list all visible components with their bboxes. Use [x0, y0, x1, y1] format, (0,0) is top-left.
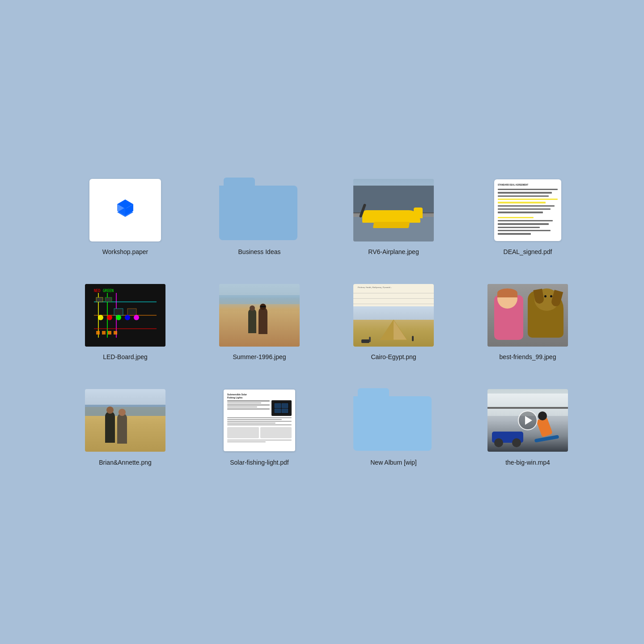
folder-tab	[358, 388, 389, 396]
folder-body	[219, 186, 297, 240]
thumbnail-deal-signed: STANDARD DEAL AGREEMENT	[487, 178, 568, 242]
svg-point-19	[134, 315, 139, 320]
file-label: the-big-win.mp4	[505, 458, 550, 466]
file-label: Cairo-Egypt.png	[371, 353, 416, 361]
file-label: RV6-Airplane.jpeg	[368, 248, 419, 256]
svg-rect-11	[96, 297, 103, 302]
svg-point-15	[98, 315, 103, 320]
file-brian-annette[interactable]: Brian&Annette.png	[76, 388, 174, 466]
thumbnail-business-ideas	[219, 178, 300, 242]
svg-rect-31	[275, 409, 281, 413]
file-new-album[interactable]: New Album [wip]	[344, 388, 443, 466]
svg-text:GREEN: GREEN	[103, 289, 114, 293]
thumbnail-summer-1996	[219, 283, 300, 347]
folder-body	[353, 396, 432, 451]
file-label: DEAL_signed.pdf	[504, 248, 552, 256]
file-label: Solar-fishing-light.pdf	[230, 458, 289, 466]
file-label: Summer-1996.jpeg	[233, 353, 286, 361]
file-workshop-paper[interactable]: Workshop.paper	[76, 178, 174, 256]
file-label: Business Ideas	[238, 248, 281, 256]
file-big-win[interactable]: the-big-win.mp4	[479, 388, 577, 466]
svg-rect-12	[105, 297, 112, 302]
folder-tab	[224, 178, 255, 186]
file-cairo-egypt[interactable]: Ptolemy Smith, Halfpenny, Pyramid...	[344, 283, 443, 361]
file-deal-signed[interactable]: STANDARD DEAL AGREEMENT DEAL_signed.pdf	[479, 178, 577, 256]
thumbnail-led-board: NED GREEN	[85, 283, 165, 347]
svg-rect-13	[114, 309, 123, 315]
svg-point-17	[116, 315, 121, 320]
svg-rect-22	[96, 331, 100, 335]
thumbnail-new-album	[353, 388, 434, 453]
svg-marker-27	[380, 320, 394, 340]
file-label: Workshop.paper	[102, 248, 148, 256]
svg-rect-32	[282, 409, 288, 413]
file-rv6-airplane[interactable]: RV6-Airplane.jpeg	[344, 178, 443, 256]
file-solar-fishing[interactable]: Submersible SolarFishing Lights	[210, 388, 309, 466]
desktop: Workshop.paper Business Ideas	[76, 160, 568, 484]
thumbnail-rv6-airplane	[353, 178, 434, 242]
svg-rect-24	[108, 331, 111, 335]
svg-rect-23	[102, 331, 106, 335]
file-label: LED-Board.jpeg	[103, 353, 148, 361]
thumbnail-big-win	[487, 388, 568, 453]
svg-rect-25	[114, 331, 117, 335]
svg-rect-29	[275, 403, 281, 408]
thumbnail-best-friends	[487, 283, 568, 347]
file-label: Brian&Annette.png	[99, 458, 152, 466]
thumbnail-workshop-paper	[85, 178, 165, 242]
file-label: New Album [wip]	[370, 458, 416, 466]
svg-point-18	[125, 315, 130, 320]
file-business-ideas[interactable]: Business Ideas	[210, 178, 309, 256]
play-icon	[525, 416, 532, 425]
file-summer-1996[interactable]: Summer-1996.jpeg	[210, 283, 309, 361]
svg-rect-30	[282, 403, 288, 408]
file-led-board[interactable]: NED GREEN LED-Board.jpeg	[76, 283, 174, 361]
file-best-friends[interactable]: best-friends_99.jpeg	[479, 283, 577, 361]
thumbnail-brian-annette	[85, 388, 165, 453]
svg-point-16	[107, 315, 112, 320]
play-button[interactable]	[518, 411, 538, 430]
svg-rect-14	[127, 309, 136, 315]
svg-text:NED: NED	[94, 289, 101, 293]
file-label: best-friends_99.jpeg	[500, 353, 556, 361]
thumbnail-solar-fishing: Submersible SolarFishing Lights	[219, 388, 300, 453]
thumbnail-cairo-egypt: Ptolemy Smith, Halfpenny, Pyramid...	[353, 283, 434, 347]
